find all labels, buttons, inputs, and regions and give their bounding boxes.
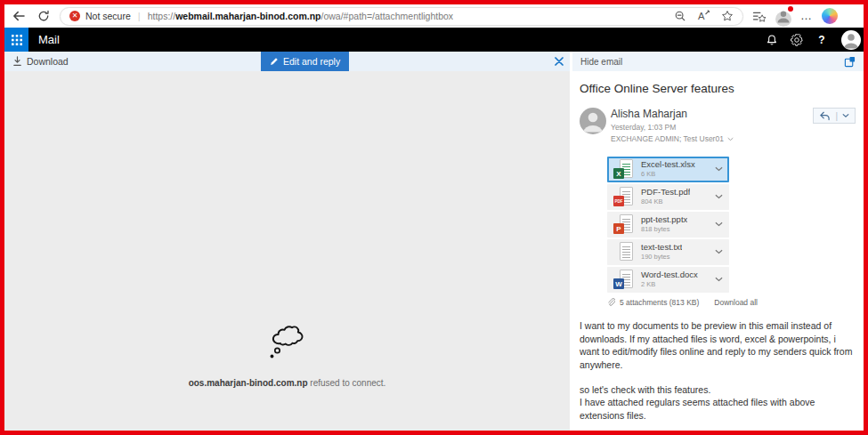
attachment-menu-button[interactable] (715, 194, 723, 199)
attachment-list: Excel-test.xlsx 6 KB PDF-Test.pdf 804 KB… (607, 157, 729, 293)
download-all-button[interactable]: Download all (714, 298, 758, 307)
not-secure-label[interactable]: Not secure (85, 11, 131, 21)
attachment-size: 818 bytes (641, 226, 687, 234)
profile-avatar-icon (775, 12, 791, 27)
settings-gear-button[interactable] (786, 29, 807, 51)
error-domain: oos.maharjan-binod.com.np (189, 378, 308, 388)
sender-avatar[interactable] (580, 108, 606, 134)
sender-row: Alisha Maharjan Yesterday, 1:03 PM EXCHA… (580, 108, 857, 143)
app-launcher-button[interactable] (4, 28, 28, 52)
copilot-icon[interactable] (822, 8, 838, 24)
chevron-down-icon (715, 249, 723, 254)
attachment-card[interactable]: Excel-test.xlsx 6 KB (607, 157, 729, 182)
word-file-icon (613, 270, 635, 289)
body-paragraph: I want to my documents to be preview in … (580, 319, 857, 372)
txt-file-icon (613, 242, 635, 262)
url-domain: webmail.maharjan-binod.com.np (175, 11, 320, 21)
close-icon (555, 57, 564, 66)
chevron-down-icon (715, 222, 723, 227)
pdf-file-icon (613, 187, 635, 206)
chevron-down-icon[interactable] (727, 137, 734, 141)
refresh-button[interactable] (35, 7, 53, 25)
chevron-down-icon (715, 166, 723, 172)
attachment-menu-button[interactable] (715, 222, 723, 227)
email-body: I want to my documents to be preview in … (580, 319, 857, 423)
attachment-preview-pane: oos.maharjan-binod.com.np refused to con… (4, 71, 570, 431)
zoom-icon[interactable] (674, 10, 686, 22)
attachment-name: Excel-test.xlsx (641, 160, 695, 170)
attachments-count: 5 attachments (813 KB) (620, 298, 699, 307)
attachment-menu-button[interactable] (715, 166, 723, 172)
body-paragraph: so let's check with this features. I hav… (580, 383, 857, 423)
edit-and-reply-label: Edit and reply (283, 56, 340, 67)
person-icon (580, 108, 606, 134)
attachment-card[interactable]: ppt-test.pptx 818 bytes (607, 212, 729, 238)
popout-button[interactable] (844, 56, 856, 68)
account-avatar[interactable] (841, 30, 861, 50)
back-button[interactable] (10, 7, 28, 25)
reply-actions-group: | (813, 108, 856, 124)
ppt-file-icon (613, 214, 635, 234)
waffle-grid-icon (12, 35, 22, 45)
attachments-summary-row: 5 attachments (813 KB) Download all (607, 298, 857, 307)
attachment-menu-button[interactable] (715, 277, 723, 282)
bell-icon (766, 34, 778, 46)
browser-menu-button[interactable]: … (800, 12, 813, 20)
sender-name[interactable]: Alisha Maharjan (611, 109, 734, 120)
help-label: ? (818, 34, 824, 46)
chevron-down-icon (715, 277, 723, 282)
attachment-name: Word-test.docx (641, 270, 698, 280)
more-actions-chevron-icon[interactable] (842, 113, 849, 118)
attachment-size: 190 bytes (641, 254, 682, 262)
back-arrow-icon (12, 9, 26, 23)
refresh-icon (37, 10, 50, 22)
profile-notification-dot (788, 6, 793, 12)
recipients-text: EXCHANGE ADMIN; Test User01 (611, 135, 724, 143)
email-timestamp: Yesterday, 1:03 PM (611, 124, 734, 132)
reply-icon[interactable] (819, 111, 831, 121)
excel-file-icon (613, 159, 635, 179)
help-button[interactable]: ? (811, 29, 832, 51)
not-secure-icon[interactable]: ✕ (69, 11, 80, 21)
read-aloud-icon[interactable]: A (697, 10, 710, 22)
preview-toolbar: Download Edit and reply (4, 52, 570, 71)
pen-icon (270, 57, 279, 66)
chevron-down-icon (715, 194, 723, 199)
hide-email-button[interactable]: Hide email (580, 57, 622, 67)
paperclip-icon (607, 298, 615, 307)
edit-and-reply-button[interactable]: Edit and reply (261, 52, 349, 71)
download-label: Download (27, 56, 69, 67)
person-icon (841, 30, 861, 50)
url-text[interactable]: https://webmail.maharjan-binod.com.np/ow… (148, 11, 453, 21)
gear-icon (791, 34, 803, 46)
email-reading-pane: Office Online Server features Alisha Mah… (570, 71, 866, 431)
attachment-menu-button[interactable] (715, 249, 723, 254)
browser-profile-button[interactable] (775, 8, 791, 24)
attachment-card[interactable]: text-test.txt 190 bytes (607, 239, 729, 265)
download-button[interactable]: Download (4, 52, 77, 71)
notifications-bell-button[interactable] (761, 29, 783, 51)
reply-group-divider: | (835, 111, 838, 121)
main-content: oos.maharjan-binod.com.np refused to con… (4, 71, 864, 431)
attachment-card[interactable]: PDF-Test.pdf 804 KB (607, 184, 729, 210)
attachment-name: text-test.txt (641, 243, 682, 253)
favorite-star-icon[interactable] (721, 10, 734, 22)
email-subject: Office Online Server features (580, 82, 857, 95)
reading-pane-toolbar: Hide email (572, 52, 864, 71)
download-icon (12, 56, 22, 67)
connection-error-text: oos.maharjan-binod.com.np refused to con… (4, 378, 570, 388)
thought-cloud-icon (265, 318, 310, 363)
address-bar[interactable]: ✕ Not secure | https://webmail.maharjan-… (60, 7, 743, 26)
browser-actions: … (752, 8, 838, 24)
svg-text:A: A (698, 11, 705, 21)
attachment-size: 6 KB (641, 171, 695, 179)
address-divider: | (138, 11, 141, 21)
recipients-line[interactable]: EXCHANGE ADMIN; Test User01 (611, 135, 734, 143)
attachment-card[interactable]: Word-test.docx 2 KB (607, 267, 729, 293)
collections-icon[interactable] (752, 10, 767, 23)
attachment-name: PDF-Test.pdf (641, 188, 690, 197)
screenshot-frame: ✕ Not secure | https://webmail.maharjan-… (0, 0, 868, 435)
close-lightbox-button[interactable] (555, 52, 564, 71)
owa-app-bar: Mail ? (4, 28, 864, 52)
attachment-size: 804 KB (641, 198, 690, 206)
